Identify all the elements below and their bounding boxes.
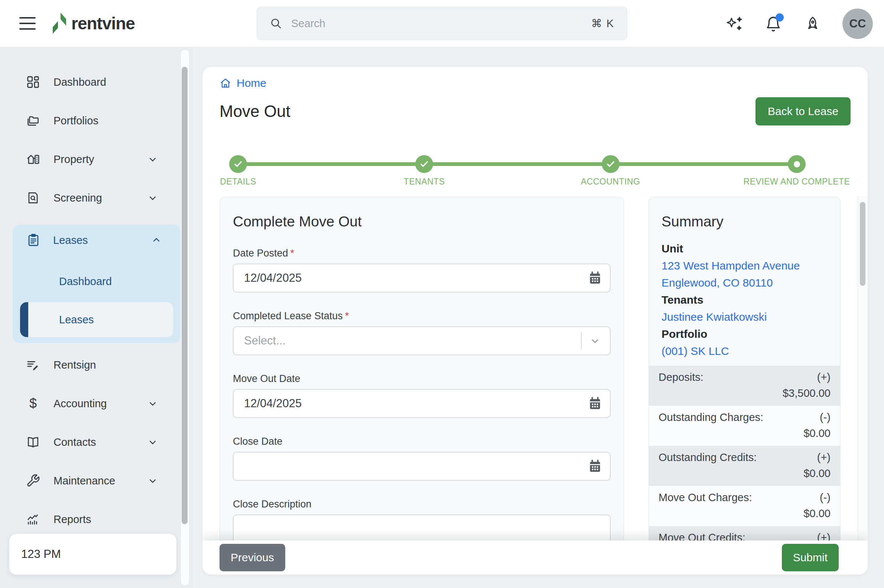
- chevron-down-icon: [147, 192, 158, 203]
- sidebar-subitem-leases-dashboard[interactable]: Dashboard: [20, 264, 173, 299]
- breadcrumb[interactable]: Home: [219, 76, 266, 90]
- search-shortcut: ⌘ K: [591, 17, 614, 30]
- sidebar-item-leases[interactable]: Leases: [20, 228, 173, 252]
- calendar-icon[interactable]: [588, 459, 602, 473]
- breadcrumb-home-link[interactable]: Home: [237, 77, 266, 90]
- close-date-input[interactable]: [233, 452, 610, 481]
- move-out-panel: Home Move Out Back to Lease DETAILS: [203, 67, 867, 574]
- summary-amounts-table: Deposits:(+) $3,500.00 Outstanding Charg…: [649, 366, 840, 540]
- sidebar-item-contacts[interactable]: Contacts: [13, 430, 180, 454]
- document-search-icon: [26, 191, 40, 205]
- top-right-actions: CC: [724, 0, 873, 47]
- sidebar-item-dashboard[interactable]: Dashboard: [13, 70, 180, 94]
- sidebar-subitem-leases-leases[interactable]: Leases: [20, 302, 173, 337]
- unit-address-link[interactable]: 123 West Hampden Avenue: [661, 257, 800, 274]
- field-close-date: Close Date: [233, 436, 610, 481]
- search-icon: [270, 17, 282, 30]
- notifications-bell-button[interactable]: [764, 14, 783, 33]
- main-content: Home Move Out Back to Lease DETAILS: [193, 47, 884, 588]
- page-title: Move Out: [219, 102, 290, 121]
- user-avatar[interactable]: CC: [842, 9, 873, 39]
- summary-title: Summary: [649, 213, 840, 230]
- complete-move-out-card: Complete Move Out Date Posted*: [219, 197, 624, 540]
- sign: (+): [817, 532, 830, 540]
- chevron-down-icon: [147, 154, 158, 165]
- chevron-up-icon: [151, 235, 162, 246]
- amount: $0.00: [658, 427, 830, 440]
- step-tenants: TENANTS: [415, 155, 433, 173]
- content-scrollbar-track[interactable]: [858, 196, 867, 540]
- panel-scroll-area: Complete Move Out Date Posted*: [203, 196, 867, 540]
- select-placeholder: Select...: [244, 334, 286, 348]
- panel-header: Home Move Out Back to Lease DETAILS: [203, 67, 867, 196]
- summary-unit-label: Unit: [661, 240, 828, 257]
- clipboard-icon: [26, 233, 41, 247]
- field-move-out-date: Move Out Date: [233, 373, 610, 418]
- sidebar-item-portfolios[interactable]: Portfolios: [13, 109, 180, 132]
- sidebar: Dashboard Portfolios Property: [0, 47, 193, 588]
- submit-button[interactable]: Submit: [782, 544, 839, 571]
- chevron-down-icon: [147, 475, 158, 486]
- step-details: DETAILS: [229, 155, 247, 173]
- summary-row-move-out-charges: Move Out Charges:(-) $0.00: [649, 486, 840, 526]
- amount: $0.00: [658, 467, 830, 480]
- sign: (+): [817, 371, 830, 384]
- sidebar-item-reports[interactable]: Reports: [13, 507, 180, 531]
- calendar-icon[interactable]: [588, 397, 602, 410]
- sidebar-item-accounting[interactable]: $ Accounting: [13, 392, 180, 416]
- dollar-icon: $: [26, 396, 40, 411]
- sidebar-scrollbar-thumb[interactable]: [182, 67, 188, 524]
- wrench-icon: [26, 474, 40, 488]
- sidebar-scrollbar-track[interactable]: [180, 50, 189, 586]
- summary-tenants-label: Tenants: [661, 291, 828, 309]
- sidebar-item-maintenance[interactable]: Maintenance: [13, 469, 180, 493]
- step-complete-check-icon: [229, 155, 247, 173]
- portfolio-link[interactable]: (001) SK LLC: [661, 343, 729, 360]
- move-out-date-input[interactable]: [233, 389, 610, 418]
- brand-logo[interactable]: rentvine: [52, 13, 135, 34]
- signature-icon: [26, 358, 40, 372]
- completed-lease-status-select[interactable]: Select...: [233, 326, 610, 355]
- ai-sparkles-button[interactable]: [724, 14, 744, 33]
- rentvine-logo-icon: [52, 13, 67, 34]
- field-close-description: Close Description: [233, 498, 610, 540]
- date-posted-input[interactable]: [233, 264, 610, 292]
- summary-row-deposits: Deposits:(+) $3,500.00: [649, 366, 840, 406]
- tenant-link[interactable]: Justinee Kwiatkowski: [661, 309, 767, 326]
- step-review-and-complete: REVIEW AND COMPLETE: [788, 155, 806, 173]
- required-asterisk: *: [345, 310, 349, 321]
- search-input[interactable]: [291, 18, 591, 30]
- sign: (-): [820, 411, 830, 423]
- content-scrollbar-thumb[interactable]: [860, 202, 866, 286]
- book-icon: [26, 435, 40, 449]
- summary-row-move-out-credits: Move Out Credits:(+) $0.00: [649, 526, 840, 540]
- unit-city-link[interactable]: Englewood, CO 80110: [661, 274, 773, 291]
- step-complete-check-icon: [415, 155, 433, 173]
- required-asterisk: *: [290, 248, 295, 259]
- clock-time: 123 PM: [21, 548, 61, 561]
- chevron-down-icon: [147, 436, 158, 448]
- step-current-icon: [788, 155, 806, 173]
- sign: (+): [817, 452, 830, 464]
- sidebar-item-rentsign[interactable]: Rentsign: [13, 353, 180, 377]
- sidebar-group-leases: Leases Dashboard Leases: [13, 225, 180, 343]
- chart-icon: [26, 512, 40, 526]
- brand-name: rentvine: [71, 14, 135, 33]
- form-card-title: Complete Move Out: [233, 213, 610, 230]
- step-accounting: ACCOUNTING: [602, 155, 619, 173]
- summary-row-outstanding-credits: Outstanding Credits:(+) $0.00: [649, 446, 840, 486]
- hamburger-menu-button[interactable]: [19, 17, 36, 30]
- previous-button[interactable]: Previous: [219, 544, 285, 571]
- rocket-button[interactable]: [803, 14, 822, 33]
- global-search: ⌘ K: [257, 7, 627, 40]
- back-to-lease-button[interactable]: Back to Lease: [755, 97, 851, 126]
- clock-widget: 123 PM: [9, 534, 176, 574]
- sidebar-item-property[interactable]: Property: [13, 147, 180, 171]
- calendar-icon[interactable]: [588, 272, 602, 285]
- close-description-textarea[interactable]: [233, 514, 610, 540]
- sidebar-item-screening[interactable]: Screening: [13, 186, 180, 210]
- summary-portfolio-label: Portfolio: [661, 326, 828, 343]
- select-divider: [581, 332, 582, 349]
- stepper-connector-line: [238, 162, 797, 166]
- house-icon: [26, 152, 40, 166]
